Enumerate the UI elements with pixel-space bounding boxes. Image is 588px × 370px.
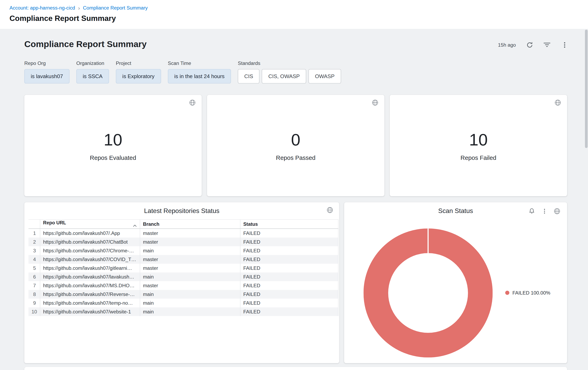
filter-chip-cis-owasp[interactable]: CIS, OWASP — [262, 69, 306, 83]
filter-chip-is-in-the-last-24-hours[interactable]: is in the last 24 hours — [168, 69, 231, 83]
table-row: 7https://github.com/lavakush07/MS.DHO…ma… — [28, 281, 338, 290]
status-cell: FAILED — [240, 263, 338, 272]
scan-status-donut-chart[interactable] — [363, 228, 493, 357]
donut-ring-failed — [376, 241, 480, 345]
filter-chips: is in the last 24 hours — [168, 69, 231, 83]
chevron-right-icon: › — [78, 5, 80, 11]
filters-row: Repo Orgis lavakush07Organizationis SSCA… — [24, 60, 341, 83]
filter-chip-is-lavakush07[interactable]: is lavakush07 — [24, 69, 69, 83]
scan-status-card: Scan Status — [344, 202, 567, 363]
stats-row: 10Repos Evaluated 0Repos Passed 10Repos … — [24, 95, 567, 196]
filter-group-project: Projectis Exploratory — [116, 60, 161, 83]
dashboard-controls: 15h ago — [498, 40, 568, 49]
latest-repositories-card: Latest Repositories Status Repo URL — [24, 202, 339, 363]
stat-value: 0 — [291, 131, 301, 148]
table-row: 4https://github.com/lavakush07/COVID_T…m… — [28, 255, 338, 263]
filter-group-organization: Organizationis SSCA — [76, 60, 109, 83]
breadcrumb: Account: app-harness-ng-cicd › Complianc… — [10, 5, 588, 11]
page-header: Account: app-harness-ng-cicd › Complianc… — [0, 0, 588, 29]
row-number-cell: 7 — [28, 281, 40, 290]
table-row: 1https://github.com/lavakush07/.Appmaste… — [28, 229, 338, 237]
filter-group-scan-time: Scan Timeis in the last 24 hours — [168, 60, 231, 83]
repo-url-cell: https://github.com/lavakush07/COVID_T… — [40, 255, 140, 263]
status-cell: FAILED — [240, 298, 338, 307]
repo-url-cell: https://github.com/lavakush07/.App — [40, 229, 140, 237]
row-number-cell: 9 — [28, 298, 40, 307]
filter-chip-is-exploratory[interactable]: is Exploratory — [116, 69, 161, 83]
dashboard-title: Compliance Report Summary — [24, 39, 147, 50]
dashboard-menu-kebab-icon[interactable] — [561, 41, 568, 49]
filter-chip-cis[interactable]: CIS — [238, 69, 260, 83]
repo-url-cell: https://github.com/lavakush07/temp-no… — [40, 298, 140, 307]
column-header-repo-url[interactable]: Repo URL — [40, 220, 140, 229]
branch-cell: main — [140, 298, 240, 307]
chart-legend[interactable]: FAILED 100.00% — [505, 290, 550, 296]
branch-cell: main — [140, 246, 240, 255]
refresh-icon[interactable] — [526, 41, 533, 49]
table-row: 5https://github.com/lavakush07/gitlearni… — [28, 263, 338, 272]
stat-label: Repos Passed — [276, 154, 315, 161]
legend-failed-label: FAILED 100.00% — [513, 290, 550, 296]
filter-chips: is lavakush07 — [24, 69, 69, 83]
filter-chip-is-ssca[interactable]: is SSCA — [76, 69, 109, 83]
globe-icon[interactable] — [555, 100, 561, 107]
alert-bell-icon[interactable] — [528, 207, 536, 215]
filter-label: Organization — [76, 60, 109, 66]
row-number-column-header — [28, 220, 40, 229]
table-row: 3https://github.com/lavakush07/Chrome-…m… — [28, 246, 338, 255]
donut-slice-gap — [428, 228, 429, 253]
branch-cell: main — [140, 272, 240, 281]
next-row-card-peek — [24, 367, 567, 370]
row-number-cell: 4 — [28, 255, 40, 263]
stat-card-repos-evaluated: 10Repos Evaluated — [24, 95, 202, 196]
table-row: 8https://github.com/lavakush07/Reverse-…… — [28, 290, 338, 298]
branch-cell: master — [140, 281, 240, 290]
stat-card-repos-failed: 10Repos Failed — [390, 95, 567, 196]
filter-label: Repo Org — [24, 60, 69, 66]
stat-label: Repos Failed — [461, 154, 496, 161]
dashboard-panel: Compliance Report Summary 15h ago — [0, 29, 588, 370]
column-label: Status — [243, 221, 258, 227]
column-header-branch[interactable]: Branch — [140, 220, 240, 229]
repo-url-cell: https://github.com/lavakush07/Reverse-… — [40, 290, 140, 298]
tile-menu-kebab-icon[interactable] — [540, 207, 548, 215]
globe-icon[interactable] — [553, 207, 561, 215]
filter-chips: CISCIS, OWASPOWASP — [238, 69, 341, 83]
repo-url-cell: https://github.com/lavakush07/MS.DHO… — [40, 281, 140, 290]
repo-table-title: Latest Repositories Status — [24, 202, 339, 215]
row-number-cell: 3 — [28, 246, 40, 255]
globe-icon[interactable] — [189, 100, 196, 107]
status-cell: FAILED — [240, 229, 338, 237]
status-cell: FAILED — [240, 246, 338, 255]
row-number-cell: 8 — [28, 290, 40, 298]
filter-chip-owasp[interactable]: OWASP — [308, 69, 341, 83]
stat-value: 10 — [104, 131, 122, 148]
stat-label: Repos Evaluated — [90, 154, 136, 161]
row-number-cell: 1 — [28, 229, 40, 237]
last-refreshed-label: 15h ago — [498, 42, 516, 48]
stat-card-repos-passed: 0Repos Passed — [207, 95, 385, 196]
filter-icon[interactable] — [543, 41, 551, 49]
repo-url-cell: https://github.com/lavakush07/lavakush… — [40, 272, 140, 281]
repo-url-cell: https://github.com/lavakush07/gitlearni… — [40, 263, 140, 272]
column-label: Branch — [143, 221, 159, 227]
repo-url-cell: https://github.com/lavakush07/website-1 — [40, 307, 140, 316]
row-number-cell: 2 — [28, 237, 40, 246]
table-row: 6https://github.com/lavakush07/lavakush…… — [28, 272, 338, 281]
table-row: 10https://github.com/lavakush07/website-… — [28, 307, 338, 316]
breadcrumb-account-link[interactable]: Account: app-harness-ng-cicd — [10, 5, 75, 11]
vertical-scrollbar[interactable] — [585, 30, 588, 148]
globe-icon[interactable] — [327, 207, 333, 215]
repo-table-body: 1https://github.com/lavakush07/.Appmaste… — [28, 229, 338, 316]
status-cell: FAILED — [240, 255, 338, 263]
table-row: 2https://github.com/lavakush07/ChatBotma… — [28, 237, 338, 246]
filter-chips: is Exploratory — [116, 69, 161, 83]
branch-cell: master — [140, 263, 240, 272]
filter-group-standards: StandardsCISCIS, OWASPOWASP — [238, 60, 341, 83]
status-cell: FAILED — [240, 272, 338, 281]
status-cell: FAILED — [240, 290, 338, 298]
column-header-status[interactable]: Status — [240, 220, 338, 229]
stat-value: 10 — [469, 131, 488, 148]
breadcrumb-current-link[interactable]: Compliance Report Summary — [83, 5, 148, 11]
globe-icon[interactable] — [372, 100, 378, 107]
